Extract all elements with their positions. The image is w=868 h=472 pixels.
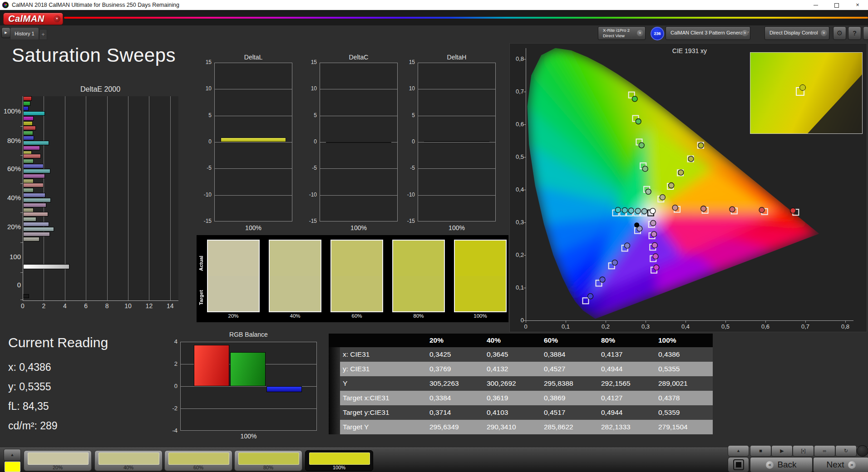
deltae-bar bbox=[23, 101, 30, 106]
deltae-bar bbox=[23, 237, 39, 241]
cie-xtick-label: 0,8 bbox=[837, 323, 853, 330]
stop-button[interactable]: ■ bbox=[750, 445, 771, 457]
deltaH-ytick-label: 15 bbox=[401, 59, 415, 65]
table-cell-60%: 0,3869 bbox=[541, 391, 598, 405]
deltaL-ytick-label: -5 bbox=[198, 165, 212, 171]
table-row-label: Target x:CIE31 bbox=[340, 391, 427, 405]
deltae-bar bbox=[23, 141, 49, 145]
continuous-read-button[interactable]: ∞ bbox=[814, 445, 835, 457]
rgb-ytick-label: 4 bbox=[164, 338, 178, 345]
meter-count-badge[interactable]: 236 bbox=[651, 27, 664, 40]
cie-xtick-label: 0,4 bbox=[677, 323, 694, 330]
cie-measured-marker bbox=[615, 207, 621, 213]
display-control-dropdown[interactable]: Direct Display Control ▼ bbox=[764, 26, 829, 40]
deltae-chart-title: DeltaE 2000 bbox=[23, 85, 178, 93]
deltae-ytick-label: 100 bbox=[1, 253, 21, 261]
table-cell-60%: 295,8388 bbox=[541, 376, 598, 391]
swatch-button-label: 100% bbox=[306, 465, 373, 470]
deltae-bar bbox=[23, 111, 45, 116]
help-button[interactable]: ? bbox=[848, 26, 861, 40]
close-button[interactable]: × bbox=[847, 0, 868, 10]
tab-history-1[interactable]: History 1 bbox=[10, 27, 39, 39]
deltaC-gridline bbox=[320, 116, 397, 116]
deltaH-title: DeltaH bbox=[418, 54, 496, 61]
deltae-bar bbox=[23, 183, 44, 187]
deltaH-gridline bbox=[418, 89, 495, 89]
cie-xtick bbox=[765, 320, 766, 323]
deltae-bar bbox=[23, 106, 29, 111]
pattern-generator-dropdown[interactable]: CalMAN Client 3 Pattern Generator ▼ bbox=[666, 26, 750, 40]
stop-measure-button[interactable] bbox=[728, 457, 749, 472]
swatch-label: 100% bbox=[454, 313, 507, 319]
pattern-swatch-80%[interactable]: 80% bbox=[234, 450, 302, 471]
table-row-lead bbox=[329, 362, 340, 376]
table-header-100%: 100% bbox=[656, 334, 713, 347]
cie-xtick bbox=[646, 320, 646, 323]
deltaL-gridline bbox=[215, 168, 292, 169]
cie-xtick bbox=[805, 320, 806, 323]
table-row: x: CIE310,34250,36450,38840,41370,4386 bbox=[329, 347, 713, 362]
table-cell-40%: 0,4132 bbox=[484, 362, 541, 376]
deltaC-ytick-label: -15 bbox=[303, 218, 317, 224]
table-row-lead bbox=[329, 347, 340, 362]
deltae-bar bbox=[23, 154, 41, 158]
deltae-gridline bbox=[128, 96, 128, 300]
maximize-button[interactable] bbox=[826, 0, 847, 10]
deltae-ytick-label: 40% bbox=[1, 194, 21, 202]
cie-measured-marker bbox=[636, 119, 641, 124]
indicator-expand-button[interactable]: ▲ bbox=[4, 449, 21, 461]
swatch-color bbox=[28, 452, 89, 465]
deltae-xtick-label: 4 bbox=[59, 302, 70, 310]
disabled-round-button[interactable] bbox=[857, 445, 868, 457]
target-row-label: Target bbox=[198, 280, 204, 316]
deltaC-bar bbox=[326, 142, 391, 143]
table-row-lead bbox=[329, 420, 340, 434]
display-status-stripe bbox=[766, 28, 768, 39]
minimize-button[interactable] bbox=[805, 0, 826, 10]
deltaL-gridline bbox=[215, 142, 292, 143]
current-reading-4: cd/m²: 289 bbox=[8, 420, 58, 432]
deltaL-gridline bbox=[215, 195, 292, 196]
table-row-lead bbox=[329, 391, 340, 405]
add-tab-button[interactable]: + bbox=[39, 29, 47, 40]
deltae-bar bbox=[23, 159, 34, 163]
meter-dropdown[interactable]: X-Rite i1Pro 2 Direct View ▼ bbox=[598, 26, 646, 40]
collapse-toolbar-button[interactable] bbox=[863, 26, 868, 40]
calman-logo-menu[interactable]: CalMAN ▼ bbox=[3, 13, 63, 25]
table-header-80%: 80% bbox=[598, 334, 656, 347]
transport-expand-button[interactable]: ▲ bbox=[728, 445, 749, 457]
pattern-swatch-60%[interactable]: 60% bbox=[164, 450, 232, 471]
rgb-gridline bbox=[181, 408, 316, 409]
deltae-bar bbox=[23, 164, 44, 168]
single-read-button[interactable]: [•] bbox=[793, 445, 814, 457]
table-cell-20%: 0,3769 bbox=[427, 362, 484, 376]
play-button[interactable]: ▶ bbox=[771, 445, 793, 457]
deltaC-xlabel: 100% bbox=[320, 224, 398, 231]
pattern-swatch-100%[interactable]: 100% bbox=[305, 450, 373, 471]
cie-measured-marker bbox=[759, 207, 764, 213]
cie-black-point bbox=[634, 222, 639, 227]
table-cell-80%: 0,4944 bbox=[598, 405, 656, 420]
deltae-xtick-label: 0 bbox=[17, 302, 28, 310]
refresh-button[interactable]: ↻ bbox=[835, 445, 857, 457]
deltaH-gridline bbox=[418, 116, 495, 116]
table-row: Y305,2263300,2692295,8388292,1565289,002… bbox=[329, 376, 713, 391]
pattern-swatch-20%[interactable]: 20% bbox=[24, 450, 92, 471]
swatch-button-label: 40% bbox=[95, 465, 162, 470]
table-row-label: Target Y bbox=[340, 420, 427, 434]
deltae-gridline bbox=[86, 96, 86, 300]
back-button[interactable]: «Back bbox=[750, 457, 813, 472]
next-button[interactable]: Next» bbox=[813, 457, 868, 472]
tab-nav-arrow-button[interactable]: ▶ bbox=[1, 27, 10, 38]
swatch-label: 80% bbox=[392, 313, 445, 319]
cie-measured-marker bbox=[641, 209, 647, 214]
settings-button[interactable]: ⚙ bbox=[833, 26, 846, 40]
table-cell-80%: 0,4127 bbox=[598, 391, 656, 405]
cie-measured-marker bbox=[650, 208, 656, 214]
current-reading-2: y: 0,5355 bbox=[8, 381, 51, 393]
deltaH-ytick-label: -5 bbox=[401, 165, 415, 171]
pattern-swatch-40%[interactable]: 40% bbox=[94, 450, 163, 471]
deltaH-ytick-label: 5 bbox=[401, 112, 415, 118]
current-reading-title: Current Reading bbox=[8, 335, 108, 350]
table-header-40%: 40% bbox=[484, 334, 541, 347]
